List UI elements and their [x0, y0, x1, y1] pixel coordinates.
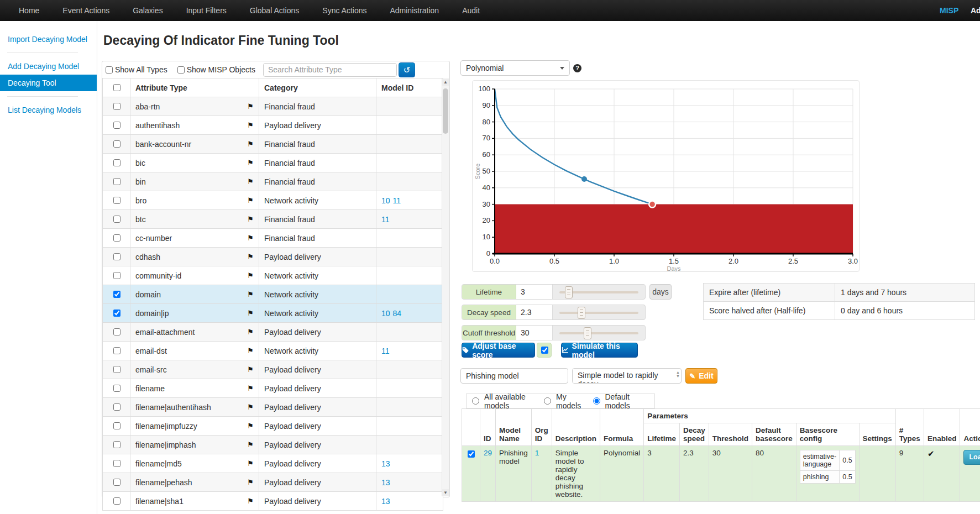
lifetime-slider-handle[interactable] — [565, 286, 573, 298]
row-checkbox[interactable] — [113, 140, 120, 148]
cutoff-threshold-slider-handle[interactable] — [584, 327, 591, 339]
flag-icon[interactable]: ⚑ — [247, 253, 254, 261]
flag-icon[interactable]: ⚑ — [247, 365, 254, 374]
row-checkbox[interactable] — [113, 366, 120, 373]
flag-icon[interactable]: ⚑ — [247, 215, 254, 223]
navbar-item-event-actions[interactable]: Event Actions — [55, 6, 117, 15]
navbar-item-input-filters[interactable]: Input Filters — [179, 6, 234, 15]
org-id-link[interactable]: 1 — [535, 449, 539, 457]
model-id-link[interactable]: 13 — [381, 459, 390, 468]
row-checkbox[interactable] — [113, 422, 120, 429]
model-filter-label-0[interactable]: All available models — [484, 392, 535, 410]
show-all-types-label[interactable]: Show All Types — [115, 65, 167, 74]
flag-icon[interactable]: ⚑ — [247, 121, 254, 129]
flag-icon[interactable]: ⚑ — [247, 290, 254, 298]
simulate-model-button[interactable]: Simulate this model — [561, 343, 638, 358]
adjust-base-score-button[interactable]: Adjust base score — [462, 343, 535, 358]
row-checkbox[interactable] — [113, 497, 120, 505]
scrollbar-thumb[interactable] — [443, 88, 448, 134]
flag-icon[interactable]: ⚑ — [247, 459, 254, 468]
model-filter-radio-1[interactable] — [544, 397, 551, 405]
flag-icon[interactable]: ⚑ — [247, 497, 254, 505]
row-checkbox[interactable] — [113, 403, 120, 411]
flag-icon[interactable]: ⚑ — [247, 196, 254, 204]
select-all-checkbox[interactable] — [113, 84, 120, 91]
row-checkbox[interactable] — [113, 328, 120, 335]
textarea-scroll-arrows-icon[interactable]: ▲▼ — [676, 370, 680, 378]
model-filter-label-1[interactable]: My models — [556, 392, 584, 410]
model-name-input[interactable] — [460, 368, 568, 384]
flag-icon[interactable]: ⚑ — [247, 159, 254, 167]
decay-simulation-chart[interactable]: 01020304050607080901000.00.51.01.52.02.5… — [472, 80, 860, 272]
show-misp-objects-label[interactable]: Show MISP Objects — [187, 65, 255, 74]
flag-icon[interactable]: ⚑ — [247, 102, 254, 111]
edit-model-button[interactable]: ✎ Edit — [685, 368, 717, 384]
navbar-item-administration[interactable]: Administration — [382, 6, 447, 15]
navbar-item-global-actions[interactable]: Global Actions — [242, 6, 307, 15]
navbar-user-menu[interactable]: Admin — [971, 6, 980, 15]
model-id-link[interactable]: 13 — [381, 478, 390, 487]
navbar-item-home[interactable]: Home — [11, 6, 47, 15]
column-header-model-id[interactable]: Model ID — [376, 78, 443, 97]
row-checkbox[interactable] — [113, 460, 120, 467]
flag-icon[interactable]: ⚑ — [247, 140, 254, 148]
row-checkbox[interactable] — [113, 441, 120, 448]
expiry-point-marker[interactable] — [649, 201, 656, 208]
row-checkbox[interactable] — [113, 479, 120, 486]
row-checkbox[interactable] — [113, 216, 120, 223]
model-id-link[interactable]: 11 — [393, 196, 401, 205]
model-filter-label-2[interactable]: Default models — [605, 392, 644, 410]
table-scrollbar[interactable]: ▲ ▼ — [442, 78, 449, 496]
search-input[interactable] — [263, 63, 397, 77]
row-checkbox[interactable] — [113, 103, 120, 110]
search-reset-button[interactable]: ↺ — [399, 62, 415, 77]
load-model-button[interactable]: Load model — [963, 450, 980, 465]
flag-icon[interactable]: ⚑ — [247, 347, 254, 355]
flag-icon[interactable]: ⚑ — [247, 271, 254, 280]
sidebar-item-add-decaying-model[interactable]: Add Decaying Model — [0, 58, 97, 75]
model-description-textarea[interactable]: Simple model to rapidly decay — [573, 369, 671, 383]
model-id-link[interactable]: 10 — [381, 309, 390, 318]
column-header-category[interactable]: Category — [259, 78, 376, 97]
adjust-base-score-checkbox[interactable] — [541, 347, 548, 354]
row-checkbox[interactable] — [113, 253, 120, 260]
flag-icon[interactable]: ⚑ — [247, 177, 254, 186]
row-checkbox[interactable] — [113, 234, 120, 242]
model-id-link[interactable]: 11 — [381, 215, 390, 224]
current-score-marker[interactable] — [581, 176, 587, 182]
row-checkbox[interactable] — [113, 385, 120, 392]
row-checkbox[interactable] — [113, 310, 120, 317]
navbar-item-galaxies[interactable]: Galaxies — [125, 6, 170, 15]
formula-select[interactable]: Polynomial — [460, 60, 570, 76]
row-checkbox[interactable] — [113, 159, 120, 166]
flag-icon[interactable]: ⚑ — [247, 384, 254, 392]
model-filter-radio-0[interactable] — [472, 397, 479, 405]
model-row-checkbox[interactable] — [468, 450, 475, 458]
model-id-link[interactable]: 10 — [381, 196, 390, 205]
cutoff-threshold-input[interactable] — [516, 326, 553, 340]
row-checkbox[interactable] — [113, 272, 120, 279]
flag-icon[interactable]: ⚑ — [247, 478, 254, 486]
decay-speed-slider-track[interactable] — [559, 312, 638, 314]
navbar-item-audit[interactable]: Audit — [454, 6, 488, 15]
decay-speed-input[interactable] — [516, 305, 553, 319]
column-header-attribute-type[interactable]: Attribute Type — [130, 78, 259, 97]
row-checkbox[interactable] — [113, 291, 120, 298]
sidebar-item-list-decaying-models[interactable]: List Decaying Models — [0, 102, 97, 118]
model-id-link[interactable]: 84 — [393, 309, 402, 318]
row-checkbox[interactable] — [113, 178, 120, 185]
flag-icon[interactable]: ⚑ — [247, 403, 254, 411]
flag-icon[interactable]: ⚑ — [247, 440, 254, 449]
model-id-link[interactable]: 29 — [484, 449, 492, 457]
flag-icon[interactable]: ⚑ — [247, 309, 254, 317]
help-icon[interactable]: ? — [573, 64, 581, 72]
cutoff-threshold-slider-track[interactable] — [559, 332, 638, 334]
navbar-item-sync-actions[interactable]: Sync Actions — [315, 6, 374, 15]
show-misp-objects-checkbox[interactable] — [177, 66, 185, 74]
decay-speed-slider-handle[interactable] — [578, 307, 585, 319]
model-filter-radio-2[interactable] — [593, 397, 600, 405]
scrollbar-up-arrow-icon[interactable]: ▲ — [442, 78, 449, 86]
row-checkbox[interactable] — [113, 347, 120, 354]
model-id-link[interactable]: 13 — [381, 497, 390, 506]
model-id-link[interactable]: 11 — [381, 347, 390, 355]
